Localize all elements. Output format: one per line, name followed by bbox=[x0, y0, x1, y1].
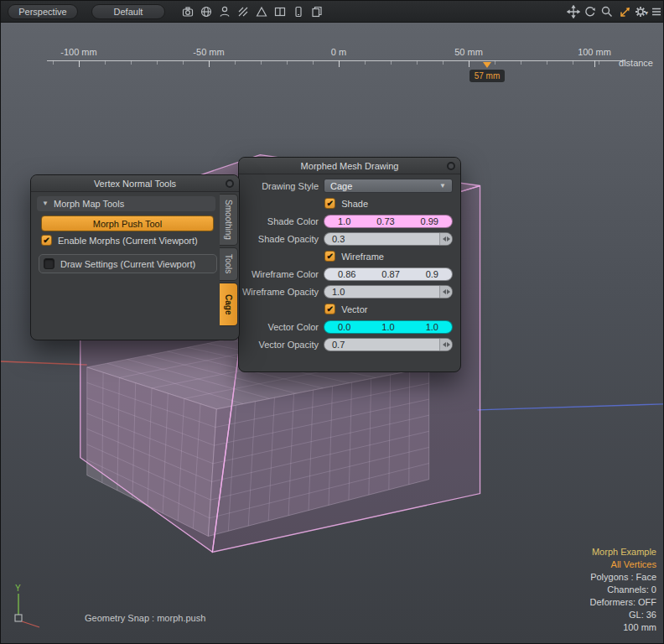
3d-viewport[interactable]: -100 mm -50 mm 0 m 50 mm 100 mm distance… bbox=[1, 23, 663, 643]
vector-r: 0.0 bbox=[338, 322, 350, 332]
vertex-panel-tabs: Smoothing Tools Cage bbox=[219, 194, 238, 326]
ruler-tick bbox=[339, 60, 340, 67]
wireframe-color-row: Wireframe Color 0.86 0.87 0.9 bbox=[239, 265, 453, 283]
shade-color-label: Shade Color bbox=[239, 216, 324, 226]
phone-icon[interactable] bbox=[291, 4, 306, 19]
distance-ruler bbox=[47, 60, 625, 65]
morph-panel-titlebar[interactable]: Morphed Mesh Drawing bbox=[239, 158, 460, 174]
hud-mode: Polygons : Face bbox=[590, 571, 656, 584]
gear-caret-icon[interactable]: ▾ bbox=[645, 9, 648, 17]
shade-label: Shade bbox=[341, 199, 368, 209]
shade-g: 0.73 bbox=[376, 216, 394, 226]
user-icon[interactable] bbox=[217, 4, 232, 19]
ruler-axis-label: distance bbox=[619, 58, 653, 68]
shade-checkbox[interactable]: ✔ bbox=[324, 198, 335, 209]
view-mode-dropdown[interactable]: Perspective bbox=[8, 4, 78, 19]
z-axis-line bbox=[478, 404, 663, 410]
shade-opacity-field[interactable]: 0.3 bbox=[324, 232, 453, 246]
drawing-style-dropdown[interactable]: Cage ▼ bbox=[324, 179, 453, 193]
shade-opacity-value: 0.3 bbox=[332, 234, 345, 244]
panel-pin-icon[interactable] bbox=[226, 179, 234, 188]
hatch-icon[interactable] bbox=[236, 4, 251, 19]
shade-color-row: Shade Color 1.0 0.73 0.99 bbox=[239, 212, 453, 230]
viewport-toolbar: Perspective Default bbox=[1, 1, 663, 23]
geometry-snap-status: Geometry Snap : morph.push bbox=[85, 613, 205, 623]
morph-map-tools-section[interactable]: ▼ Morph Map Tools bbox=[37, 196, 215, 211]
draw-settings-label: Draw Settings (Current Viewport) bbox=[60, 259, 195, 269]
shade-color-field[interactable]: 1.0 0.73 0.99 bbox=[324, 215, 453, 228]
rotate-icon[interactable] bbox=[583, 4, 598, 19]
vector-toggle-row: ✔ Vector bbox=[239, 300, 453, 318]
fit-view-icon[interactable] bbox=[618, 4, 633, 19]
morph-push-tool-button[interactable]: Morph Push Tool bbox=[41, 216, 214, 231]
section-label: Morph Map Tools bbox=[54, 199, 124, 209]
chevron-down-icon: ▼ bbox=[439, 182, 446, 190]
vector-checkbox[interactable]: ✔ bbox=[324, 304, 335, 314]
camera-icon[interactable] bbox=[180, 4, 195, 19]
zoom-icon[interactable] bbox=[599, 4, 615, 19]
pan-icon[interactable] bbox=[566, 4, 581, 19]
ruler-label: 0 m bbox=[331, 47, 346, 57]
wireframe-opacity-row: Wireframe Opacity 1.0 bbox=[239, 283, 453, 300]
ruler-label: -50 mm bbox=[193, 47, 224, 57]
enable-morphs-row[interactable]: ✔ Enable Morphs (Current Viewport) bbox=[41, 235, 198, 246]
vector-opacity-row: Vector Opacity 0.7 bbox=[239, 335, 453, 353]
tab-smoothing[interactable]: Smoothing bbox=[220, 194, 238, 246]
hud-channels: Channels: 0 bbox=[590, 584, 656, 596]
shade-r: 1.0 bbox=[338, 216, 350, 226]
draw-settings-checkbox[interactable] bbox=[44, 258, 54, 269]
enable-morphs-label: Enable Morphs (Current Viewport) bbox=[58, 236, 198, 246]
wireframe-opacity-value: 1.0 bbox=[332, 287, 345, 297]
ruler-label: 50 mm bbox=[454, 47, 483, 57]
vertex-normal-tools-panel: Vertex Normal Tools ▼ Morph Map Tools Mo… bbox=[30, 174, 240, 340]
y-axis-label: Y bbox=[15, 584, 21, 593]
mini-slider-icon[interactable] bbox=[439, 286, 452, 298]
x-axis-line bbox=[1, 361, 87, 365]
mini-slider-icon[interactable] bbox=[439, 339, 452, 351]
ruler-tick bbox=[209, 60, 210, 67]
collapse-triangle-icon: ▼ bbox=[42, 196, 49, 211]
vector-opacity-label: Vector Opacity bbox=[239, 340, 324, 350]
ruler-tick bbox=[594, 60, 595, 67]
wireframe-color-field[interactable]: 0.86 0.87 0.9 bbox=[324, 267, 453, 281]
tab-cage[interactable]: Cage bbox=[220, 283, 238, 326]
polygon-icon[interactable] bbox=[254, 4, 269, 19]
drawing-style-label: Drawing Style bbox=[239, 181, 324, 191]
vector-color-row: Vector Color 0.0 1.0 1.0 bbox=[239, 318, 453, 335]
vertex-panel-title: Vertex Normal Tools bbox=[94, 179, 176, 189]
layout-icon[interactable] bbox=[272, 4, 288, 19]
vector-opacity-field[interactable]: 0.7 bbox=[324, 338, 453, 351]
ruler-marker-value: 57 mm bbox=[469, 70, 505, 82]
vertex-panel-titlebar[interactable]: Vertex Normal Tools bbox=[31, 175, 239, 192]
drawing-style-row: Drawing Style Cage ▼ bbox=[239, 177, 453, 195]
panel-pin-icon[interactable] bbox=[447, 162, 455, 170]
tab-tools[interactable]: Tools bbox=[220, 247, 238, 281]
axis-gizmo: Y bbox=[9, 583, 44, 631]
wireframe-b: 0.9 bbox=[426, 269, 438, 279]
vector-opacity-value: 0.7 bbox=[332, 340, 345, 350]
wireframe-opacity-label: Wireframe Opacity bbox=[239, 287, 324, 297]
drawing-style-value: Cage bbox=[330, 181, 352, 191]
draw-settings-row[interactable]: Draw Settings (Current Viewport) bbox=[39, 254, 217, 273]
ruler-tick bbox=[79, 60, 80, 67]
modo-window: Perspective Default bbox=[0, 0, 664, 644]
wireframe-label: Wireframe bbox=[341, 252, 384, 262]
wireframe-g: 0.87 bbox=[381, 269, 399, 279]
globe-icon[interactable] bbox=[199, 4, 214, 19]
shading-mode-dropdown[interactable]: Default bbox=[91, 4, 165, 19]
shade-b: 0.99 bbox=[421, 216, 438, 226]
ruler-marker-icon[interactable] bbox=[483, 62, 491, 68]
mini-slider-icon[interactable] bbox=[439, 233, 452, 245]
menu-icon[interactable] bbox=[650, 4, 663, 19]
vector-label: Vector bbox=[341, 304, 367, 314]
enable-morphs-checkbox[interactable]: ✔ bbox=[41, 235, 52, 246]
ruler-tick bbox=[469, 60, 469, 67]
vector-b: 1.0 bbox=[426, 322, 438, 332]
shade-opacity-label: Shade Opacity bbox=[239, 234, 324, 244]
pages-icon[interactable] bbox=[309, 4, 324, 19]
vector-color-field[interactable]: 0.0 1.0 1.0 bbox=[324, 320, 453, 334]
ruler-label: -100 mm bbox=[60, 47, 96, 57]
hud-gl: GL: 36 bbox=[590, 609, 656, 621]
wireframe-checkbox[interactable]: ✔ bbox=[324, 251, 335, 262]
wireframe-opacity-field[interactable]: 1.0 bbox=[324, 285, 453, 299]
